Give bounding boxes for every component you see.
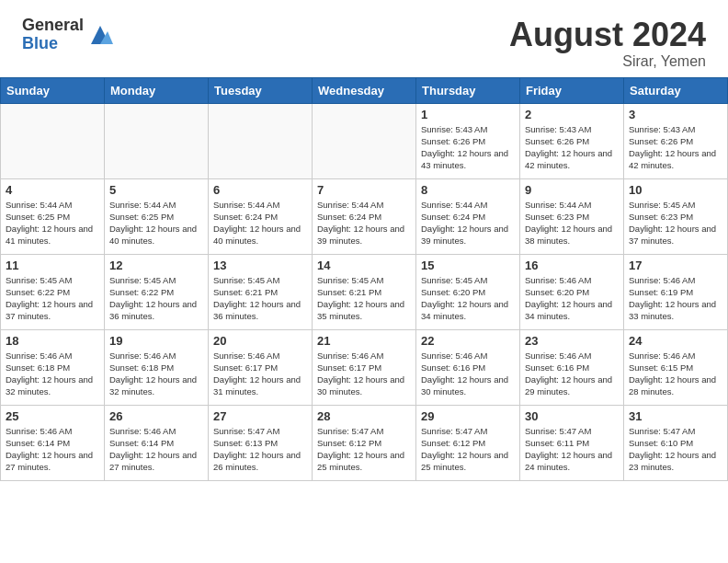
- day-number: 28: [317, 409, 411, 423]
- week-row-1: 1Sunrise: 5:43 AM Sunset: 6:26 PM Daylig…: [1, 103, 728, 178]
- col-monday: Monday: [105, 77, 209, 103]
- day-number: 5: [109, 183, 203, 197]
- day-info: Sunrise: 5:43 AM Sunset: 6:26 PM Dayligh…: [525, 123, 619, 172]
- day-info: Sunrise: 5:44 AM Sunset: 6:25 PM Dayligh…: [109, 199, 203, 247]
- col-tuesday: Tuesday: [209, 77, 313, 103]
- day-number: 29: [421, 409, 515, 423]
- day-number: 24: [629, 334, 722, 348]
- col-saturday: Saturday: [624, 77, 728, 103]
- logo-icon: [87, 22, 113, 48]
- day-info: Sunrise: 5:44 AM Sunset: 6:25 PM Dayligh…: [6, 199, 99, 247]
- table-row: 22Sunrise: 5:46 AM Sunset: 6:16 PM Dayli…: [416, 329, 520, 405]
- day-number: 6: [213, 183, 307, 197]
- day-info: Sunrise: 5:43 AM Sunset: 6:26 PM Dayligh…: [421, 123, 515, 172]
- day-number: 17: [629, 259, 722, 272]
- location-subtitle: Sirar, Yemen: [509, 53, 706, 70]
- table-row: 31Sunrise: 5:47 AM Sunset: 6:10 PM Dayli…: [624, 405, 728, 480]
- title-block: August 2024 Sirar, Yemen: [509, 17, 706, 70]
- col-thursday: Thursday: [416, 77, 520, 103]
- table-row: 23Sunrise: 5:46 AM Sunset: 6:16 PM Dayli…: [520, 329, 624, 405]
- col-wednesday: Wednesday: [313, 77, 416, 103]
- table-row: 15Sunrise: 5:45 AM Sunset: 6:20 PM Dayli…: [416, 254, 520, 329]
- day-info: Sunrise: 5:46 AM Sunset: 6:16 PM Dayligh…: [525, 350, 619, 398]
- day-number: 2: [525, 108, 619, 121]
- day-number: 10: [629, 183, 722, 197]
- col-friday: Friday: [520, 77, 624, 103]
- table-row: [209, 103, 313, 178]
- table-row: [105, 103, 209, 178]
- table-row: 6Sunrise: 5:44 AM Sunset: 6:24 PM Daylig…: [209, 178, 313, 254]
- table-row: [313, 103, 416, 178]
- day-number: 13: [213, 259, 307, 272]
- day-number: 20: [213, 334, 307, 348]
- day-number: 3: [629, 108, 722, 121]
- table-row: 16Sunrise: 5:46 AM Sunset: 6:20 PM Dayli…: [520, 254, 624, 329]
- table-row: 30Sunrise: 5:47 AM Sunset: 6:11 PM Dayli…: [520, 405, 624, 480]
- day-info: Sunrise: 5:46 AM Sunset: 6:14 PM Dayligh…: [6, 425, 99, 474]
- day-info: Sunrise: 5:46 AM Sunset: 6:14 PM Dayligh…: [109, 425, 203, 474]
- day-number: 9: [525, 183, 619, 197]
- day-info: Sunrise: 5:47 AM Sunset: 6:10 PM Dayligh…: [629, 425, 722, 474]
- table-row: 4Sunrise: 5:44 AM Sunset: 6:25 PM Daylig…: [1, 178, 105, 254]
- day-number: 11: [6, 259, 99, 272]
- table-row: 26Sunrise: 5:46 AM Sunset: 6:14 PM Dayli…: [105, 405, 209, 480]
- day-info: Sunrise: 5:46 AM Sunset: 6:20 PM Dayligh…: [525, 274, 619, 323]
- table-row: 21Sunrise: 5:46 AM Sunset: 6:17 PM Dayli…: [313, 329, 416, 405]
- page-header: General Blue August 2024 Sirar, Yemen: [0, 0, 728, 77]
- month-year-title: August 2024: [509, 17, 706, 53]
- week-row-4: 18Sunrise: 5:46 AM Sunset: 6:18 PM Dayli…: [1, 329, 728, 405]
- table-row: [1, 103, 105, 178]
- logo-text: General Blue: [22, 17, 84, 53]
- day-number: 23: [525, 334, 619, 348]
- day-number: 15: [421, 259, 515, 272]
- day-info: Sunrise: 5:45 AM Sunset: 6:21 PM Dayligh…: [213, 274, 307, 323]
- table-row: 5Sunrise: 5:44 AM Sunset: 6:25 PM Daylig…: [105, 178, 209, 254]
- table-row: 24Sunrise: 5:46 AM Sunset: 6:15 PM Dayli…: [624, 329, 728, 405]
- table-row: 1Sunrise: 5:43 AM Sunset: 6:26 PM Daylig…: [416, 103, 520, 178]
- table-row: 17Sunrise: 5:46 AM Sunset: 6:19 PM Dayli…: [624, 254, 728, 329]
- day-info: Sunrise: 5:46 AM Sunset: 6:18 PM Dayligh…: [109, 350, 203, 398]
- day-info: Sunrise: 5:45 AM Sunset: 6:22 PM Dayligh…: [109, 274, 203, 323]
- day-number: 12: [109, 259, 203, 272]
- day-info: Sunrise: 5:47 AM Sunset: 6:13 PM Dayligh…: [213, 425, 307, 474]
- table-row: 27Sunrise: 5:47 AM Sunset: 6:13 PM Dayli…: [209, 405, 313, 480]
- calendar-header-row: Sunday Monday Tuesday Wednesday Thursday…: [1, 77, 728, 103]
- day-info: Sunrise: 5:44 AM Sunset: 6:23 PM Dayligh…: [525, 199, 619, 247]
- day-number: 25: [6, 409, 99, 423]
- week-row-5: 25Sunrise: 5:46 AM Sunset: 6:14 PM Dayli…: [1, 405, 728, 480]
- table-row: 14Sunrise: 5:45 AM Sunset: 6:21 PM Dayli…: [313, 254, 416, 329]
- table-row: 25Sunrise: 5:46 AM Sunset: 6:14 PM Dayli…: [1, 405, 105, 480]
- logo: General Blue: [22, 17, 113, 53]
- day-number: 7: [317, 183, 411, 197]
- day-info: Sunrise: 5:44 AM Sunset: 6:24 PM Dayligh…: [213, 199, 307, 247]
- day-info: Sunrise: 5:45 AM Sunset: 6:22 PM Dayligh…: [6, 274, 99, 323]
- day-number: 26: [109, 409, 203, 423]
- logo-general: General: [22, 17, 84, 35]
- table-row: 29Sunrise: 5:47 AM Sunset: 6:12 PM Dayli…: [416, 405, 520, 480]
- day-info: Sunrise: 5:45 AM Sunset: 6:21 PM Dayligh…: [317, 274, 411, 323]
- day-number: 14: [317, 259, 411, 272]
- day-info: Sunrise: 5:46 AM Sunset: 6:19 PM Dayligh…: [629, 274, 722, 323]
- day-info: Sunrise: 5:46 AM Sunset: 6:15 PM Dayligh…: [629, 350, 722, 398]
- table-row: 11Sunrise: 5:45 AM Sunset: 6:22 PM Dayli…: [1, 254, 105, 329]
- day-info: Sunrise: 5:47 AM Sunset: 6:12 PM Dayligh…: [421, 425, 515, 474]
- logo-blue: Blue: [22, 35, 84, 53]
- week-row-2: 4Sunrise: 5:44 AM Sunset: 6:25 PM Daylig…: [1, 178, 728, 254]
- table-row: 7Sunrise: 5:44 AM Sunset: 6:24 PM Daylig…: [313, 178, 416, 254]
- day-number: 8: [421, 183, 515, 197]
- day-info: Sunrise: 5:46 AM Sunset: 6:16 PM Dayligh…: [421, 350, 515, 398]
- table-row: 18Sunrise: 5:46 AM Sunset: 6:18 PM Dayli…: [1, 329, 105, 405]
- day-info: Sunrise: 5:47 AM Sunset: 6:12 PM Dayligh…: [317, 425, 411, 474]
- day-number: 18: [6, 334, 99, 348]
- day-info: Sunrise: 5:46 AM Sunset: 6:17 PM Dayligh…: [213, 350, 307, 398]
- day-number: 27: [213, 409, 307, 423]
- table-row: 9Sunrise: 5:44 AM Sunset: 6:23 PM Daylig…: [520, 178, 624, 254]
- table-row: 8Sunrise: 5:44 AM Sunset: 6:24 PM Daylig…: [416, 178, 520, 254]
- table-row: 20Sunrise: 5:46 AM Sunset: 6:17 PM Dayli…: [209, 329, 313, 405]
- week-row-3: 11Sunrise: 5:45 AM Sunset: 6:22 PM Dayli…: [1, 254, 728, 329]
- day-info: Sunrise: 5:43 AM Sunset: 6:26 PM Dayligh…: [629, 123, 722, 172]
- day-number: 30: [525, 409, 619, 423]
- day-info: Sunrise: 5:44 AM Sunset: 6:24 PM Dayligh…: [421, 199, 515, 247]
- day-info: Sunrise: 5:46 AM Sunset: 6:18 PM Dayligh…: [6, 350, 99, 398]
- table-row: 10Sunrise: 5:45 AM Sunset: 6:23 PM Dayli…: [624, 178, 728, 254]
